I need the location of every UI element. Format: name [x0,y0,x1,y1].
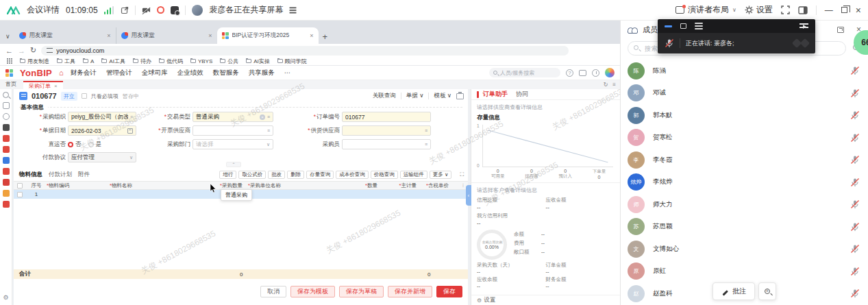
refresh-icon[interactable]: ↻ [604,82,608,88]
mic-muted-icon[interactable] [850,199,860,209]
mic-muted-icon[interactable] [850,267,860,276]
record-panel-icon[interactable] [3,113,10,120]
help-icon[interactable]: ? [566,69,573,77]
tab-list-icon[interactable]: ≡ [612,82,616,88]
purchase-org-field[interactable]: peiyg_股份公司（勿改） ≡ [68,112,136,122]
lookup-icon[interactable]: ≡ [267,128,270,133]
grid-column-header[interactable]: 序号 [26,182,47,189]
mic-muted-icon[interactable] [850,66,860,75]
member-row[interactable]: 邓 邓诚 [621,82,868,105]
chevron-down-icon[interactable]: ∨ [129,155,133,160]
app-nav-item[interactable]: ⋯ [284,69,291,77]
camera-off-icon[interactable] [142,5,151,14]
browser-tab-active[interactable]: BIP认证学习环境2025 × [217,27,319,44]
mic-muted-icon[interactable] [850,88,860,98]
minimize-icon[interactable] [665,25,672,27]
annotate-button[interactable]: 批注 [712,282,755,300]
mic-muted-icon[interactable] [850,244,860,254]
grid-column-header[interactable]: *物料编码 [47,182,110,189]
collapse-to-bar-icon[interactable] [799,23,808,29]
lookup-icon[interactable]: ≡ [425,142,427,147]
grid-toolbar-button[interactable]: 更多 ∨ [430,171,452,179]
purchaser-field[interactable]: ≡ [342,139,431,149]
mic-muted-icon[interactable] [665,38,674,48]
fullscreen-icon[interactable] [781,5,790,14]
bookmark-folder[interactable]: AI实操 [246,58,270,65]
bookmark-folder[interactable]: 待办 [133,58,151,65]
bookmark-folder[interactable]: 公共 [220,58,238,65]
minimize-button[interactable]: — [825,6,833,14]
print-icon[interactable] [456,93,464,99]
grid-toolbar-button[interactable]: 取公式价 [238,171,266,179]
share-list-icon[interactable] [290,10,297,10]
select-all-checkbox[interactable] [17,183,23,188]
link-query-button[interactable]: 关联查询 [373,92,396,100]
apps-grid-icon[interactable] [7,58,12,64]
save-as-draft-button[interactable]: 保存为草稿 [339,286,384,297]
mic-muted-icon[interactable] [850,110,860,120]
side-panel-icon[interactable] [798,6,808,14]
grid-column-header[interactable]: *采购单位名称 [243,182,326,189]
radio-yes[interactable] [88,142,94,147]
app-nav-item[interactable]: 企业绩效 [177,69,203,77]
app-shortcut-icon[interactable] [3,190,10,197]
app-nav-item[interactable]: 数智服务 [213,69,239,77]
grid-column-header[interactable]: *含税单价 [417,182,458,189]
doc-date-field[interactable]: 2026-02-03 [68,125,136,136]
calendar-icon[interactable] [127,128,133,134]
magnify-button[interactable] [758,282,776,300]
meeting-details-button[interactable]: 会议详情 [27,4,60,16]
close-button[interactable]: × [856,5,861,15]
bookmark-folder[interactable]: 用友制造 [20,58,49,65]
doc-menu-button[interactable]: 单据 ∨ [406,92,424,100]
tab-payment-plan[interactable]: 付款计划 [49,171,72,179]
app-shortcut-icon[interactable] [3,124,10,131]
assistant-settings-button[interactable]: 设置 [484,296,495,304]
grid-toolbar-button[interactable]: 价格查询 [371,171,398,179]
tab-search-icon[interactable]: ∨ [5,33,10,40]
cancel-button[interactable]: 取消 [260,286,286,297]
media-icon[interactable] [3,102,10,109]
clear-icon[interactable]: × [260,114,265,120]
layout-switch-button[interactable]: 演讲者布局 ∨ [675,4,736,16]
browser-tab-2[interactable]: 用友课堂 × [116,27,217,44]
member-row[interactable]: 苏 苏思颖 [621,216,868,239]
mic-muted-icon[interactable] [850,289,860,298]
forward-icon[interactable]: → [18,47,25,55]
tab-material-info[interactable]: 物料信息 [19,171,42,179]
collapse-section-button[interactable]: ⌃ [226,162,241,167]
close-tab-icon[interactable]: × [107,32,110,39]
member-row[interactable]: 郭 郭本默 [621,104,868,127]
member-row[interactable]: 师 师大力 [621,193,868,216]
app-shortcut-icon[interactable] [3,157,10,164]
grid-toolbar-button[interactable]: 存量查询 [306,171,334,179]
site-settings-icon[interactable] [47,48,53,53]
lookup-icon[interactable]: ≡ [267,114,270,119]
lookup-icon[interactable]: ≡ [425,128,427,133]
popout-icon[interactable] [837,27,844,33]
trade-type-field[interactable]: 普通采购 × ≡ [193,112,273,122]
member-row[interactable]: 文 文博如心 [621,238,868,260]
open-external-icon[interactable] [120,5,129,14]
close-tab-icon[interactable]: × [310,32,313,39]
row-checkbox[interactable] [17,192,23,197]
app-nav-item[interactable]: 财务会计 [71,69,97,77]
search-icon[interactable] [3,92,9,98]
app-shortcut-icon[interactable] [3,146,10,153]
app-shortcut-icon[interactable] [3,201,10,208]
grid-toolbar-button[interactable]: 删除 [287,171,304,179]
tab-collaboration[interactable]: 协同 [516,90,528,99]
window-icon[interactable] [680,23,686,29]
member-row[interactable]: 原 原虹 [621,260,868,283]
history-icon[interactable] [592,69,599,77]
message-icon[interactable] [579,70,586,76]
app-nav-item[interactable]: 全球司库 [142,69,168,77]
bookmark-folder[interactable]: YBYS [190,58,212,65]
mic-muted-icon[interactable] [850,222,860,232]
gear-icon[interactable]: ⚙ [3,294,8,301]
bookmark-folder[interactable]: 低代码 [159,58,183,65]
invoice-supplier-field[interactable]: ≡ [193,125,273,136]
grid-toolbar-button[interactable]: 增行 [219,171,236,179]
global-search-input[interactable]: 人员/服务搜索 [489,68,560,77]
app-shortcut-icon[interactable] [3,179,10,186]
